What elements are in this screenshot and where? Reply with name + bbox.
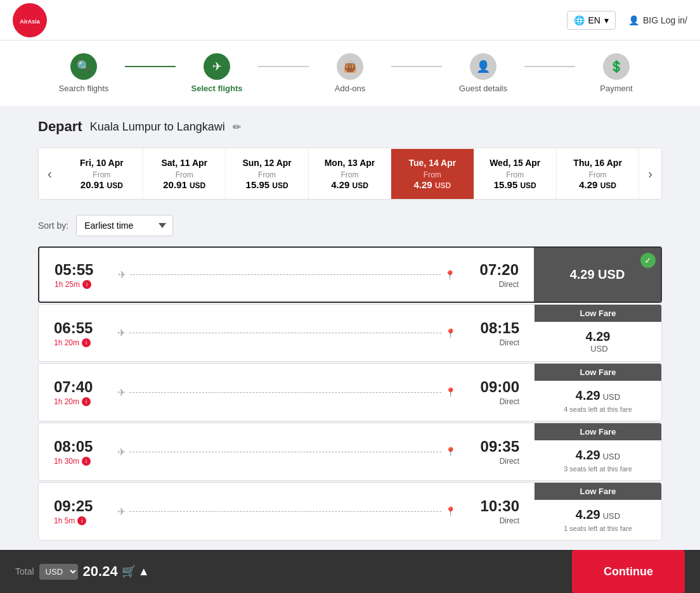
- date-price-4: 4.29 USD: [396, 179, 468, 190]
- fare-price-4: 4.29USD 1 seats left at this fare: [535, 500, 661, 540]
- fare-price-2: 4.29USD 4 seats left at this fare: [535, 381, 661, 421]
- info-icon-4: i: [77, 516, 86, 525]
- total-amount: 20.24: [83, 563, 118, 580]
- depart-header: Depart Kuala Lumpur to Langkawi ✏: [38, 118, 662, 135]
- fare-label-3: Low Fare: [535, 423, 661, 440]
- flight-route-line-4: ✈ 📍: [117, 506, 456, 518]
- date-sat-11[interactable]: Sat, 11 Apr From 20.91 USD: [143, 149, 226, 199]
- flight-route-line-2: ✈ 📍: [117, 386, 456, 399]
- flight-route-line-1: ✈ 📍: [117, 327, 456, 339]
- date-selector: ‹ Fri, 10 Apr From 20.91 USD Sat, 11 Apr…: [38, 148, 662, 200]
- date-label-6: Thu, 16 Apr: [562, 158, 633, 168]
- flight-arrive-time-2: 09:00: [469, 378, 519, 396]
- date-price-3: 4.29 USD: [314, 179, 386, 190]
- flight-row-2[interactable]: 07:40 1h 20m i ✈ 📍 09:00 Direct Low Fare: [38, 363, 662, 421]
- flight-price-block-2[interactable]: Low Fare 4.29USD 4 seats left at this fa…: [535, 364, 661, 421]
- language-selector[interactable]: 🌐 EN ▾: [567, 11, 616, 30]
- date-price-0: 20.91 USD: [66, 179, 138, 190]
- currency-select[interactable]: USD MYR: [39, 564, 78, 580]
- flight-row-4[interactable]: 09:25 1h 5m i ✈ 📍 10:30 Direct Low Fare: [38, 482, 662, 540]
- dashed-line-4: [129, 511, 441, 512]
- dest-dot-0: 📍: [444, 270, 455, 280]
- prev-date-button[interactable]: ‹: [39, 148, 61, 199]
- date-wed-15[interactable]: Wed, 15 Apr From 15.95 USD: [474, 149, 557, 199]
- date-label-5: Wed, 15 Apr: [479, 158, 551, 168]
- flight-depart-time-3: 08:05: [54, 438, 105, 456]
- flight-depart-block-0: 05:55 1h 25m i: [55, 261, 105, 289]
- globe-icon: 🌐: [574, 15, 585, 25]
- step-payment-label: Payment: [600, 84, 632, 93]
- flight-row-0[interactable]: 05:55 1h 25m i ✈ 📍 07:20 Direct 4.29: [38, 246, 662, 303]
- flight-depart-block-3: 08:05 1h 30m i: [54, 438, 105, 466]
- plane-icon-0: ✈: [118, 269, 126, 281]
- flight-price-block-4[interactable]: Low Fare 4.29USD 1 seats left at this fa…: [535, 483, 661, 540]
- from-label-5: From: [479, 170, 551, 179]
- date-thu-16[interactable]: Thu, 16 Apr From 4.29 USD: [557, 149, 639, 199]
- flight-price-block-1[interactable]: Low Fare 4.29USD: [535, 305, 661, 361]
- flight-route-line-3: ✈ 📍: [117, 446, 456, 458]
- selected-price-container: 4.29 USD ✓: [534, 248, 661, 302]
- price-amount-2: 4.29: [576, 388, 600, 402]
- flight-row-3[interactable]: 08:05 1h 30m i ✈ 📍 09:35 Direct Low Fare: [38, 423, 662, 481]
- flight-direct-0: Direct: [468, 280, 519, 289]
- price-currency-2: USD: [603, 392, 620, 402]
- plane-icon-3: ✈: [117, 446, 126, 458]
- info-icon-0: i: [82, 280, 91, 289]
- step-search: 🔍 Search flights: [42, 53, 125, 93]
- plane-icon-4: ✈: [117, 506, 126, 518]
- seats-left-4: 1 seats left at this fare: [564, 525, 632, 532]
- flight-duration-4: 1h 5m i: [54, 516, 105, 525]
- lang-label: EN: [588, 15, 600, 25]
- up-arrow-icon[interactable]: ▲: [138, 565, 150, 578]
- cart-icon: 🛒: [122, 564, 136, 578]
- step-select-label: Select flights: [191, 84, 243, 93]
- price-amount-3: 4.29: [576, 448, 600, 462]
- flight-direct-4: Direct: [469, 516, 519, 525]
- date-fri-10[interactable]: Fri, 10 Apr From 20.91 USD: [61, 149, 143, 199]
- connector-3: [391, 66, 442, 67]
- date-mon-13[interactable]: Mon, 13 Apr From 4.29 USD: [309, 149, 391, 199]
- flight-row-1[interactable]: 06:55 1h 20m i ✈ 📍 08:15 Direct Low Fare: [38, 304, 662, 362]
- flight-arrive-block-2: 09:00 Direct: [469, 378, 519, 406]
- flight-depart-time-2: 07:40: [54, 378, 105, 396]
- from-label-4: From: [396, 170, 468, 179]
- date-sun-12[interactable]: Sun, 12 Apr From 15.95 USD: [226, 149, 308, 199]
- step-addons-icon: 👜: [337, 53, 363, 80]
- flight-info-4: 09:25 1h 5m i ✈ 📍 10:30 Direct: [39, 483, 535, 540]
- date-label-1: Sat, 11 Apr: [148, 158, 220, 168]
- depart-route: Kuala Lumpur to Langkawi: [90, 120, 225, 134]
- date-label-4: Tue, 14 Apr: [396, 158, 468, 168]
- person-icon: 👤: [628, 15, 639, 25]
- flight-depart-block-4: 09:25 1h 5m i: [54, 497, 105, 525]
- from-label-2: From: [231, 170, 302, 179]
- flight-duration-2: 1h 20m i: [54, 397, 105, 406]
- flight-arrive-block-0: 07:20 Direct: [468, 261, 519, 289]
- date-price-6: 4.29 USD: [562, 179, 633, 190]
- date-price-2: 15.95 USD: [231, 179, 302, 190]
- dest-dot-4: 📍: [445, 506, 456, 516]
- flight-info-0: 05:55 1h 25m i ✈ 📍 07:20 Direct: [39, 248, 534, 302]
- flight-info-1: 06:55 1h 20m i ✈ 📍 08:15 Direct: [39, 305, 535, 361]
- dest-dot-1: 📍: [445, 328, 456, 338]
- sort-select[interactable]: Earliest time Cheapest price Shortest du…: [76, 215, 173, 236]
- flight-price-block-3[interactable]: Low Fare 4.29USD 3 seats left at this fa…: [535, 423, 661, 480]
- from-label-3: From: [314, 170, 386, 179]
- date-tue-14[interactable]: Tue, 14 Apr From 4.29 USD: [391, 149, 474, 199]
- airasia-logo: AirAsia: [13, 3, 47, 37]
- flight-info-2: 07:40 1h 20m i ✈ 📍 09:00 Direct: [39, 364, 535, 421]
- next-date-button[interactable]: ›: [639, 148, 661, 199]
- depart-title: Depart: [38, 118, 82, 135]
- flight-depart-block-2: 07:40 1h 20m i: [54, 378, 105, 406]
- seats-left-2: 4 seats left at this fare: [564, 405, 632, 413]
- plane-icon-1: ✈: [117, 327, 126, 339]
- flight-duration-3: 1h 30m i: [54, 457, 105, 466]
- flight-price-block-0[interactable]: 4.29 USD ✓: [534, 248, 661, 302]
- continue-button[interactable]: Continue: [572, 550, 685, 593]
- edit-icon[interactable]: ✏: [233, 121, 241, 133]
- info-icon-2: i: [82, 397, 91, 406]
- price-currency-4: USD: [603, 511, 620, 521]
- header: AirAsia 🌐 EN ▾ 👤 BIG Log in/: [0, 0, 700, 41]
- flight-arrive-time-0: 07:20: [468, 261, 519, 279]
- login-button[interactable]: 👤 BIG Log in/: [628, 15, 687, 25]
- dest-dot-3: 📍: [445, 447, 456, 457]
